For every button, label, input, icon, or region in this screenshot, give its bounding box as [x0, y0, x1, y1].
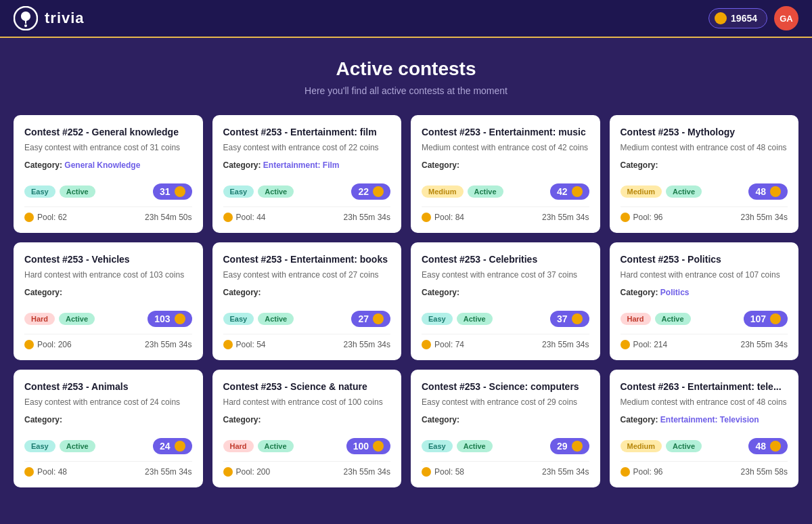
difficulty-badge: Medium: [621, 185, 662, 198]
pool-amount: Pool: 74: [434, 340, 464, 349]
cost-badge: 48: [748, 183, 788, 200]
badge-group: Medium Active: [621, 185, 702, 198]
logo-area[interactable]: trivia: [14, 6, 85, 30]
pool-coin-icon: [422, 340, 431, 349]
contest-card[interactable]: Contest #253 - Entertainment: film Easy …: [212, 115, 402, 233]
contest-category-label: Category: Entertainment: Film: [223, 160, 391, 170]
pool-info: Pool: 206: [24, 340, 72, 349]
difficulty-badge: Medium: [422, 185, 464, 198]
timer: 23h 55m 34s: [344, 340, 390, 349]
contest-card[interactable]: Contest #253 - Entertainment: music Medi…: [411, 115, 600, 233]
svg-point-1: [24, 24, 27, 27]
badge-group: Easy Active: [422, 313, 493, 325]
contest-card[interactable]: Contest #253 - Mythology Medium contest …: [610, 115, 799, 233]
cost-amount: 48: [755, 441, 766, 452]
cost-coin-icon: [572, 313, 583, 324]
card-footer: Pool: 84 23h 55m 34s: [422, 206, 589, 222]
badge-row: Hard Active 100: [223, 438, 391, 454]
contest-desc: Medium contest with entrance cost of 48 …: [621, 397, 788, 408]
cost-coin-icon: [770, 186, 781, 197]
contest-desc: Medium contest with entrance cost of 48 …: [621, 142, 788, 154]
pool-amount: Pool: 62: [37, 213, 67, 222]
coin-balance: 19654: [708, 8, 767, 28]
cost-badge: 100: [346, 438, 390, 454]
cost-coin-icon: [175, 441, 185, 452]
timer: 23h 55m 34s: [145, 340, 191, 349]
cost-amount: 37: [557, 313, 568, 324]
pool-coin-icon: [422, 467, 431, 477]
pool-amount: Pool: 206: [37, 340, 72, 349]
timer: 23h 55m 34s: [344, 213, 390, 222]
contest-card[interactable]: Contest #253 - Science: computers Easy c…: [411, 370, 600, 487]
cost-coin-icon: [175, 186, 185, 197]
difficulty-badge: Hard: [223, 440, 254, 452]
difficulty-badge: Hard: [621, 313, 651, 325]
contest-card[interactable]: Contest #253 - Entertainment: books Easy…: [212, 242, 402, 360]
card-footer: Pool: 200 23h 55m 34s: [223, 461, 391, 477]
contest-card[interactable]: Contest #253 - Vehicles Hard contest wit…: [14, 242, 203, 360]
badge-group: Easy Active: [24, 185, 95, 198]
badge-row: Easy Active 22: [223, 183, 391, 200]
contest-category-value: Entertainment: Film: [263, 160, 340, 170]
badge-row: Easy Active 29: [422, 438, 589, 454]
cost-coin-icon: [175, 313, 185, 324]
badge-group: Hard Active: [223, 440, 294, 452]
card-footer: Pool: 96 23h 55m 58s: [621, 461, 788, 477]
cost-coin-icon: [572, 441, 583, 452]
contest-category-label: Category: Entertainment: Television: [621, 415, 788, 424]
status-badge: Active: [666, 185, 702, 198]
difficulty-badge: Easy: [223, 313, 254, 325]
contest-title: Contest #263 - Entertainment: tele...: [621, 380, 788, 393]
difficulty-badge: Easy: [422, 313, 453, 325]
logo-icon: [14, 6, 38, 30]
header-right: 19654 GA: [708, 6, 798, 30]
contest-title: Contest #253 - Animals: [24, 380, 192, 393]
contest-desc: Easy contest with entrance cost of 29 co…: [422, 397, 589, 408]
contest-desc: Hard contest with entrance cost of 100 c…: [223, 397, 391, 408]
pool-coin-icon: [621, 467, 630, 477]
contest-category-label: Category:: [223, 288, 391, 297]
cost-coin-icon: [572, 186, 583, 197]
contest-desc: Medium contest with entrance cost of 42 …: [422, 142, 589, 154]
contest-title: Contest #253 - Science: computers: [422, 380, 589, 393]
difficulty-badge: Easy: [223, 185, 254, 198]
main-content: Active contests Here you'll find all act…: [0, 38, 812, 501]
contest-card[interactable]: Contest #253 - Celebrities Easy contest …: [411, 242, 600, 360]
cost-badge: 27: [351, 311, 390, 327]
status-badge: Active: [258, 313, 294, 325]
badge-row: Medium Active 48: [621, 438, 788, 454]
badge-group: Medium Active: [422, 185, 503, 198]
status-badge: Active: [59, 313, 95, 325]
contest-card[interactable]: Contest #252 - General knowledge Easy co…: [14, 115, 203, 233]
cost-amount: 31: [160, 186, 171, 197]
badge-row: Easy Active 37: [422, 311, 589, 327]
user-avatar[interactable]: GA: [774, 6, 798, 30]
timer: 23h 55m 34s: [542, 213, 589, 222]
badge-group: Medium Active: [621, 440, 702, 452]
contest-category-label: Category: Politics: [621, 288, 788, 297]
contest-category-label: Category:: [621, 160, 788, 170]
pool-amount: Pool: 96: [633, 213, 663, 222]
pool-coin-icon: [621, 340, 630, 349]
contest-card[interactable]: Contest #253 - Politics Hard contest wit…: [610, 242, 799, 360]
status-badge: Active: [258, 440, 294, 452]
cost-amount: 22: [358, 186, 369, 197]
contest-title: Contest #253 - Science & nature: [223, 380, 391, 393]
card-footer: Pool: 54 23h 55m 34s: [223, 334, 391, 349]
cost-coin-icon: [373, 313, 384, 324]
contest-card[interactable]: Contest #263 - Entertainment: tele... Me…: [610, 370, 799, 487]
pool-info: Pool: 84: [422, 213, 464, 222]
contest-category-label: Category: General Knowledge: [24, 160, 192, 170]
timer: 23h 55m 34s: [344, 467, 390, 477]
page-subtitle: Here you'll find all active contests at …: [14, 85, 798, 96]
contest-card[interactable]: Contest #253 - Animals Easy contest with…: [14, 370, 203, 487]
card-footer: Pool: 74 23h 55m 34s: [422, 334, 589, 349]
contest-title: Contest #253 - Vehicles: [24, 253, 192, 265]
pool-info: Pool: 58: [422, 467, 464, 477]
logo-text: trivia: [45, 9, 85, 27]
pool-info: Pool: 214: [621, 340, 668, 349]
avatar-initials: GA: [780, 14, 793, 24]
badge-group: Hard Active: [621, 313, 691, 325]
contest-card[interactable]: Contest #253 - Science & nature Hard con…: [212, 370, 402, 487]
cost-badge: 22: [351, 183, 390, 200]
